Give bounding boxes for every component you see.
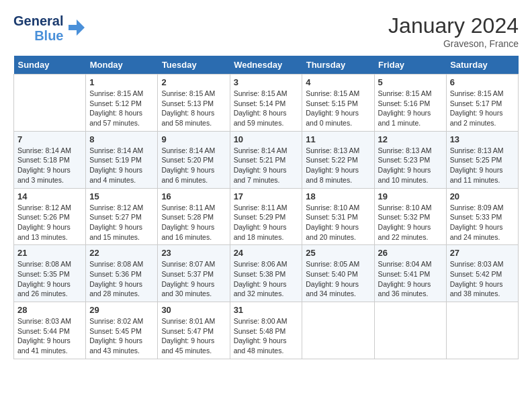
day-info: Sunrise: 8:15 AMSunset: 5:16 PMDaylight:… — [378, 89, 443, 128]
day-info: Sunrise: 8:15 AMSunset: 5:17 PMDaylight:… — [450, 89, 515, 128]
day-number: 24 — [234, 248, 299, 258]
calendar-week-2: 14Sunrise: 8:12 AMSunset: 5:26 PMDayligh… — [14, 188, 519, 245]
day-info: Sunrise: 8:15 AMSunset: 5:12 PMDaylight:… — [89, 89, 154, 128]
col-header-wednesday: Wednesday — [230, 56, 302, 75]
calendar-cell: 19Sunrise: 8:10 AMSunset: 5:32 PMDayligh… — [374, 188, 446, 245]
page-header: General Blue January 2024 Graveson, Fran… — [13, 13, 519, 49]
logo-icon — [64, 18, 85, 38]
calendar-cell: 23Sunrise: 8:07 AMSunset: 5:37 PMDayligh… — [158, 245, 230, 302]
calendar-cell — [14, 75, 86, 132]
calendar-cell: 20Sunrise: 8:09 AMSunset: 5:33 PMDayligh… — [446, 188, 518, 245]
day-info: Sunrise: 8:05 AMSunset: 5:40 PMDaylight:… — [306, 259, 370, 299]
calendar-cell: 5Sunrise: 8:15 AMSunset: 5:16 PMDaylight… — [374, 75, 446, 132]
calendar-cell: 15Sunrise: 8:12 AMSunset: 5:27 PMDayligh… — [86, 188, 158, 245]
calendar-cell: 7Sunrise: 8:14 AMSunset: 5:18 PMDaylight… — [14, 131, 86, 188]
logo: General Blue — [13, 13, 85, 43]
col-header-monday: Monday — [86, 56, 158, 75]
title-area: January 2024 Graveson, France — [388, 13, 519, 49]
day-number: 9 — [161, 134, 226, 144]
day-info: Sunrise: 8:13 AMSunset: 5:22 PMDaylight:… — [306, 146, 370, 185]
day-number: 10 — [234, 134, 299, 144]
day-number: 4 — [306, 77, 370, 87]
calendar-cell: 6Sunrise: 8:15 AMSunset: 5:17 PMDaylight… — [446, 75, 518, 132]
day-number: 30 — [161, 305, 226, 315]
day-number: 19 — [378, 191, 443, 201]
calendar-week-1: 7Sunrise: 8:14 AMSunset: 5:18 PMDaylight… — [14, 131, 519, 188]
calendar-cell: 14Sunrise: 8:12 AMSunset: 5:26 PMDayligh… — [14, 188, 86, 245]
day-info: Sunrise: 8:03 AMSunset: 5:42 PMDaylight:… — [450, 259, 515, 299]
calendar-cell: 3Sunrise: 8:15 AMSunset: 5:14 PMDaylight… — [230, 75, 302, 132]
calendar-table: SundayMondayTuesdayWednesdayThursdayFrid… — [13, 56, 519, 359]
day-info: Sunrise: 8:14 AMSunset: 5:19 PMDaylight:… — [89, 146, 154, 185]
calendar-cell: 12Sunrise: 8:13 AMSunset: 5:23 PMDayligh… — [374, 131, 446, 188]
day-number: 1 — [89, 77, 154, 87]
calendar-cell: 2Sunrise: 8:15 AMSunset: 5:13 PMDaylight… — [158, 75, 230, 132]
location: Graveson, France — [388, 38, 519, 49]
day-info: Sunrise: 8:08 AMSunset: 5:35 PMDaylight:… — [17, 259, 82, 299]
day-number: 14 — [17, 191, 82, 201]
col-header-thursday: Thursday — [302, 56, 374, 75]
day-number: 22 — [89, 248, 154, 258]
day-number: 28 — [17, 305, 82, 315]
day-number: 11 — [306, 134, 370, 144]
day-info: Sunrise: 8:10 AMSunset: 5:31 PMDaylight:… — [306, 203, 370, 242]
day-info: Sunrise: 8:08 AMSunset: 5:36 PMDaylight:… — [89, 259, 154, 299]
calendar-cell: 28Sunrise: 8:03 AMSunset: 5:44 PMDayligh… — [14, 302, 86, 359]
day-info: Sunrise: 8:02 AMSunset: 5:45 PMDaylight:… — [89, 316, 154, 356]
calendar-cell: 30Sunrise: 8:01 AMSunset: 5:47 PMDayligh… — [158, 302, 230, 359]
day-info: Sunrise: 8:11 AMSunset: 5:28 PMDaylight:… — [161, 203, 226, 242]
day-info: Sunrise: 8:15 AMSunset: 5:13 PMDaylight:… — [161, 89, 226, 128]
calendar-cell: 4Sunrise: 8:15 AMSunset: 5:15 PMDaylight… — [302, 75, 374, 132]
calendar-cell: 17Sunrise: 8:11 AMSunset: 5:29 PMDayligh… — [230, 188, 302, 245]
col-header-friday: Friday — [374, 56, 446, 75]
day-number: 18 — [306, 191, 370, 201]
day-info: Sunrise: 8:06 AMSunset: 5:38 PMDaylight:… — [234, 259, 299, 299]
day-number: 31 — [234, 305, 299, 315]
calendar-cell: 9Sunrise: 8:14 AMSunset: 5:20 PMDaylight… — [158, 131, 230, 188]
day-info: Sunrise: 8:14 AMSunset: 5:18 PMDaylight:… — [17, 146, 82, 185]
logo-blue: Blue — [34, 28, 63, 43]
col-header-saturday: Saturday — [446, 56, 518, 75]
calendar-week-3: 21Sunrise: 8:08 AMSunset: 5:35 PMDayligh… — [14, 245, 519, 302]
day-info: Sunrise: 8:15 AMSunset: 5:14 PMDaylight:… — [234, 89, 299, 128]
calendar-cell: 1Sunrise: 8:15 AMSunset: 5:12 PMDaylight… — [86, 75, 158, 132]
day-number: 3 — [234, 77, 299, 87]
day-number: 12 — [378, 134, 443, 144]
day-number: 27 — [450, 248, 515, 258]
calendar-cell: 26Sunrise: 8:04 AMSunset: 5:41 PMDayligh… — [374, 245, 446, 302]
day-number: 17 — [234, 191, 299, 201]
day-number: 13 — [450, 134, 515, 144]
calendar-week-0: 1Sunrise: 8:15 AMSunset: 5:12 PMDaylight… — [14, 75, 519, 132]
calendar-cell: 29Sunrise: 8:02 AMSunset: 5:45 PMDayligh… — [86, 302, 158, 359]
calendar-cell: 11Sunrise: 8:13 AMSunset: 5:22 PMDayligh… — [302, 131, 374, 188]
day-number: 6 — [450, 77, 515, 87]
day-number: 5 — [378, 77, 443, 87]
day-info: Sunrise: 8:11 AMSunset: 5:29 PMDaylight:… — [234, 203, 299, 242]
col-header-sunday: Sunday — [14, 56, 86, 75]
day-number: 26 — [378, 248, 443, 258]
day-number: 20 — [450, 191, 515, 201]
day-number: 7 — [17, 134, 82, 144]
calendar-cell: 21Sunrise: 8:08 AMSunset: 5:35 PMDayligh… — [14, 245, 86, 302]
day-number: 29 — [89, 305, 154, 315]
calendar-week-4: 28Sunrise: 8:03 AMSunset: 5:44 PMDayligh… — [14, 302, 519, 359]
calendar-cell: 16Sunrise: 8:11 AMSunset: 5:28 PMDayligh… — [158, 188, 230, 245]
day-number: 8 — [89, 134, 154, 144]
calendar-cell: 10Sunrise: 8:14 AMSunset: 5:21 PMDayligh… — [230, 131, 302, 188]
calendar-cell: 13Sunrise: 8:13 AMSunset: 5:25 PMDayligh… — [446, 131, 518, 188]
day-info: Sunrise: 8:04 AMSunset: 5:41 PMDaylight:… — [378, 259, 443, 299]
svg-marker-0 — [69, 19, 85, 36]
calendar-cell: 24Sunrise: 8:06 AMSunset: 5:38 PMDayligh… — [230, 245, 302, 302]
month-title: January 2024 — [388, 13, 519, 38]
day-info: Sunrise: 8:09 AMSunset: 5:33 PMDaylight:… — [450, 203, 515, 242]
calendar-cell: 18Sunrise: 8:10 AMSunset: 5:31 PMDayligh… — [302, 188, 374, 245]
day-number: 2 — [161, 77, 226, 87]
day-number: 15 — [89, 191, 154, 201]
day-number: 16 — [161, 191, 226, 201]
calendar-cell — [374, 302, 446, 359]
calendar-cell: 31Sunrise: 8:00 AMSunset: 5:48 PMDayligh… — [230, 302, 302, 359]
day-info: Sunrise: 8:07 AMSunset: 5:37 PMDaylight:… — [161, 259, 226, 299]
day-info: Sunrise: 8:01 AMSunset: 5:47 PMDaylight:… — [161, 316, 226, 356]
day-info: Sunrise: 8:00 AMSunset: 5:48 PMDaylight:… — [234, 316, 299, 356]
day-info: Sunrise: 8:03 AMSunset: 5:44 PMDaylight:… — [17, 316, 82, 356]
